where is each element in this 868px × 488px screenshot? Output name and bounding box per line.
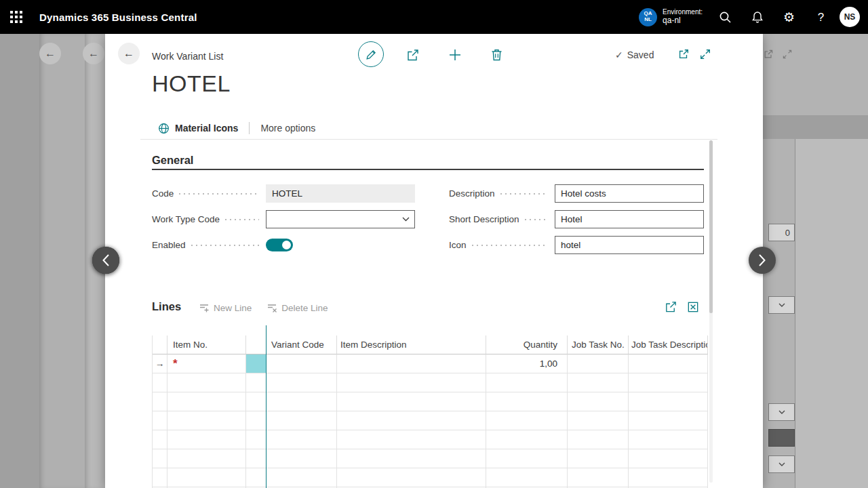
empty-line-cell[interactable] [267, 373, 337, 392]
empty-line-cell[interactable] [568, 411, 629, 430]
dotted-leader [500, 193, 548, 195]
empty-line-cell[interactable] [167, 468, 246, 487]
empty-line-cell[interactable] [337, 449, 486, 468]
lines-open-in-excel-button[interactable] [686, 300, 700, 314]
empty-line-cell[interactable] [337, 468, 486, 487]
empty-line-cell[interactable] [486, 449, 568, 468]
scrollbar-thumb[interactable] [709, 140, 713, 313]
empty-line-cell[interactable] [568, 468, 629, 487]
column-header-job-task-description[interactable]: Job Task Description [629, 336, 708, 354]
row-selector-header[interactable] [153, 336, 167, 354]
search-button[interactable] [709, 0, 741, 34]
new-record-button[interactable] [447, 47, 463, 63]
empty-line-cell[interactable] [167, 411, 246, 430]
empty-line-cell[interactable] [629, 468, 708, 487]
empty-line-cell[interactable] [486, 373, 568, 392]
column-header-item-no[interactable]: Item No. [167, 336, 246, 354]
empty-line-cell[interactable] [267, 411, 337, 430]
environment-info: Environment: qa-nl [663, 8, 703, 25]
empty-line-cell[interactable] [167, 373, 246, 392]
share-button[interactable] [404, 47, 420, 63]
empty-line-cell[interactable] [153, 411, 167, 430]
empty-line-cell[interactable] [568, 449, 629, 468]
environment-badge[interactable]: QA NL [639, 8, 657, 26]
column-header-drilldown[interactable] [246, 336, 267, 354]
icon-field-input[interactable] [555, 236, 704, 254]
dimmed-dropdown-field-3 [768, 455, 795, 473]
empty-line-cell[interactable] [337, 373, 486, 392]
delete-line-icon [267, 302, 277, 313]
empty-line-cell[interactable] [486, 468, 568, 487]
empty-line-cell[interactable] [568, 373, 629, 392]
empty-line-cell[interactable] [337, 411, 486, 430]
empty-line-cell[interactable] [629, 430, 708, 449]
empty-line-cell[interactable] [246, 392, 267, 411]
empty-line-cell[interactable] [337, 392, 486, 411]
empty-line-cell[interactable] [568, 430, 629, 449]
column-header-quantity[interactable]: Quantity [486, 336, 568, 354]
menu-item-material-icons[interactable]: Material Icons [158, 123, 238, 134]
job-task-description-cell[interactable] [629, 354, 708, 373]
help-button[interactable]: ? [805, 0, 837, 34]
column-header-variant-code[interactable]: Variant Code [267, 336, 337, 354]
selected-cell[interactable] [246, 354, 267, 373]
empty-line-cell[interactable] [167, 392, 246, 411]
empty-line-cell[interactable] [246, 411, 267, 430]
vertical-scrollbar[interactable] [709, 140, 713, 483]
menu-item-more-options[interactable]: More options [260, 123, 315, 134]
variant-code-cell[interactable] [267, 354, 337, 373]
delete-record-button[interactable] [488, 47, 505, 63]
empty-line-cell[interactable] [629, 449, 708, 468]
empty-line-cell[interactable] [267, 468, 337, 487]
notifications-button[interactable] [741, 0, 773, 34]
empty-line-cell[interactable] [246, 373, 267, 392]
new-line-button[interactable]: New Line [199, 302, 252, 313]
settings-button[interactable]: ⚙ [773, 0, 805, 34]
dimmed-section-band [763, 115, 868, 139]
back-button[interactable]: ← [118, 43, 140, 64]
description-field-input[interactable] [555, 184, 704, 203]
item-description-cell[interactable] [337, 354, 486, 373]
empty-line-cell[interactable] [337, 430, 486, 449]
code-field-input[interactable] [266, 184, 415, 203]
delete-line-button[interactable]: Delete Line [267, 302, 328, 313]
empty-line-cell[interactable] [267, 430, 337, 449]
quantity-cell[interactable]: 1,00 [486, 354, 568, 373]
empty-line-cell[interactable] [246, 430, 267, 449]
short-description-field-label: Short Description [449, 214, 519, 224]
empty-line-cell[interactable] [568, 392, 629, 411]
empty-line-cell[interactable] [486, 392, 568, 411]
next-record-button[interactable] [749, 247, 776, 274]
empty-line-cell[interactable] [153, 468, 167, 487]
column-header-item-description[interactable]: Item Description [337, 336, 486, 354]
enabled-toggle[interactable] [266, 239, 293, 251]
edit-button[interactable] [358, 41, 384, 67]
empty-line-cell[interactable] [267, 392, 337, 411]
short-description-field-input[interactable] [555, 210, 704, 228]
item-no-cell[interactable]: * [167, 354, 246, 373]
open-in-new-window-button[interactable] [677, 48, 690, 60]
empty-line-cell[interactable] [246, 468, 267, 487]
empty-line-cell[interactable] [629, 411, 708, 430]
job-task-no-cell[interactable] [568, 354, 629, 373]
empty-line-cell[interactable] [153, 373, 167, 392]
empty-line-cell[interactable] [486, 411, 568, 430]
empty-line-cell[interactable] [267, 449, 337, 468]
empty-line-cell[interactable] [153, 449, 167, 468]
menu-divider [249, 122, 250, 134]
user-avatar[interactable]: NS [840, 7, 860, 27]
work-type-code-dropdown[interactable] [266, 210, 415, 228]
app-launcher-waffle-icon[interactable] [0, 0, 33, 34]
empty-line-cell[interactable] [153, 430, 167, 449]
empty-line-cell[interactable] [246, 449, 267, 468]
empty-line-cell[interactable] [167, 449, 246, 468]
empty-line-cell[interactable] [167, 430, 246, 449]
empty-line-cell[interactable] [629, 373, 708, 392]
lines-share-button[interactable] [664, 300, 677, 314]
empty-line-cell[interactable] [153, 392, 167, 411]
empty-line-cell[interactable] [486, 430, 568, 449]
expand-page-button[interactable] [699, 48, 711, 60]
empty-line-cell[interactable] [629, 392, 708, 411]
column-header-job-task-no[interactable]: Job Task No. [568, 336, 629, 354]
previous-record-button[interactable] [92, 247, 119, 274]
